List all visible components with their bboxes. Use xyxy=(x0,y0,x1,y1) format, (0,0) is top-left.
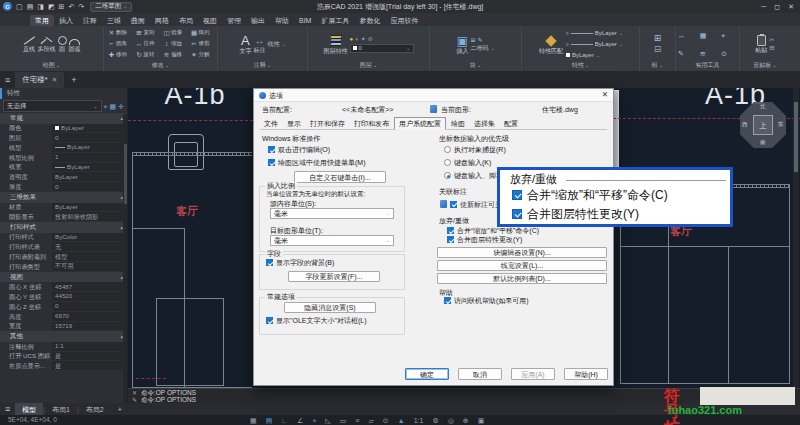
explode-button[interactable]: ✶分解 xyxy=(189,50,216,61)
object-snap-icon[interactable]: ⌖ xyxy=(312,417,316,424)
ribbon-tab-3d[interactable]: 三维 xyxy=(102,15,126,26)
group-label-properties[interactable]: 特性 xyxy=(522,62,639,71)
group-label-utilities[interactable]: 实用工具 xyxy=(676,62,739,71)
apply-button[interactable]: 应用(A) xyxy=(511,368,555,380)
compass-west[interactable]: 西 xyxy=(742,122,748,128)
ribbon-tab-manage[interactable]: 管理 xyxy=(222,15,246,26)
section-general[interactable]: 常规▴ xyxy=(0,113,127,124)
array-button[interactable]: ▦阵列 xyxy=(189,28,216,39)
isolate-objects-icon[interactable]: ◎ xyxy=(448,417,454,424)
ribbon-tab-view[interactable]: 视图 xyxy=(198,15,222,26)
selection-dropdown[interactable]: 无选择 ⌄ xyxy=(3,100,102,112)
hidden-message-settings-button[interactable]: 隐藏消息设置(S) xyxy=(284,302,376,313)
layer-properties-button[interactable]: 图层特性 xyxy=(324,35,348,54)
layer-on-icon[interactable]: ● xyxy=(350,36,354,42)
mirror-button[interactable]: ◫镜像 xyxy=(161,28,188,39)
close-button[interactable]: ✕ xyxy=(788,3,794,10)
ribbon-tab-apps[interactable]: 应用软件 xyxy=(385,15,423,26)
tab-profiles[interactable]: 配置 xyxy=(500,118,522,129)
copy-button[interactable]: ⊞复制 xyxy=(134,28,161,39)
source-units-select[interactable]: 毫米⌄ xyxy=(270,208,394,219)
tab-files[interactable]: 文件 xyxy=(260,118,282,129)
quick-select-icon[interactable]: ▦ xyxy=(110,103,117,110)
view-cube-top[interactable]: 上 xyxy=(753,115,773,135)
annotation-scale[interactable]: 1:1 xyxy=(414,417,424,424)
move-button[interactable]: ✚移动 xyxy=(106,50,133,61)
point-icon[interactable]: ⌖ xyxy=(721,32,737,39)
combine-zoom-pan-checkbox-zoomed[interactable]: 合并“缩放”和“平移”命令(C) xyxy=(512,189,668,201)
dialog-close-icon[interactable]: ✕ xyxy=(602,91,608,99)
tab-plot-publish[interactable]: 打印和发布 xyxy=(350,118,393,129)
measure-icon[interactable]: ↔ xyxy=(678,32,694,39)
lineweight-settings-button[interactable]: 线宽设置(L)... xyxy=(437,260,607,271)
scrollbar-thumb[interactable] xyxy=(794,102,798,172)
group-label-annotate[interactable]: 注释 xyxy=(218,62,307,71)
layer-select-dropdown[interactable]: 0 ⌄ xyxy=(350,44,414,53)
tab-drafting[interactable]: 绘图 xyxy=(447,118,469,129)
section-view[interactable]: 视图▴ xyxy=(0,272,127,283)
dimension-button[interactable]: ↔标注 xyxy=(253,36,265,53)
ribbon-tab-surface[interactable]: 曲面 xyxy=(126,15,150,26)
section-misc[interactable]: 其他▴ xyxy=(0,331,127,342)
layout2-tab[interactable]: 布局2 xyxy=(79,403,111,415)
workspace-switcher[interactable]: 二维草图 ⌄ xyxy=(90,2,132,12)
clean-screen-icon[interactable]: ⊕ xyxy=(463,417,469,424)
model-tab[interactable]: 模型 xyxy=(15,403,43,415)
grid-icon[interactable]: ▦ xyxy=(250,417,257,424)
paste-button[interactable]: 粘贴 xyxy=(755,35,767,53)
ribbon-tab-home[interactable]: 常用 xyxy=(30,15,54,26)
save-icon[interactable]: ◨ xyxy=(37,3,44,10)
group-label-layers[interactable]: 图层 xyxy=(308,62,429,71)
online-help-checkbox[interactable]: 访问联机帮助(如果可用) xyxy=(444,297,529,304)
copy-clip-icon[interactable]: ⊞ xyxy=(769,45,774,52)
polar-tracking-icon[interactable]: ∠ xyxy=(297,417,303,424)
combine-layer-changes-checkbox-zoomed[interactable]: 合并图层特性更改(Y) xyxy=(512,208,639,220)
group-label-modify[interactable]: 修改 xyxy=(104,62,217,71)
edit-block-icon[interactable]: ✎ xyxy=(477,37,482,43)
compass-east[interactable]: 东 xyxy=(778,122,784,128)
tab-user-preferences[interactable]: 用户系统配置 xyxy=(394,117,446,130)
keyboard-entry-radio[interactable]: 键盘输入(K) xyxy=(444,159,491,166)
snap-tracking-icon[interactable]: ◺ xyxy=(325,417,330,424)
restore-button[interactable]: ◻ xyxy=(774,3,780,10)
selection-cycling-icon[interactable]: ⊙ xyxy=(383,417,389,424)
offset-button[interactable]: ≋偏移 xyxy=(161,50,188,61)
compass-north[interactable]: 北 xyxy=(760,104,766,110)
group-label-draw[interactable]: 绘图 xyxy=(0,62,103,71)
target-units-select[interactable]: 毫米⌄ xyxy=(270,235,394,246)
quick-select-icon[interactable]: ✎ xyxy=(678,50,694,57)
line-button[interactable]: 直线 xyxy=(23,36,36,52)
hamburger-icon[interactable]: ≡ xyxy=(0,76,15,85)
group-label-group[interactable]: 组 xyxy=(640,62,675,71)
qrcode-button[interactable]: 二维码⌄ xyxy=(470,45,494,51)
tab-open-save[interactable]: 打开和保存 xyxy=(306,118,349,129)
default-scale-list-button[interactable]: 默认比例列表(D)... xyxy=(437,273,607,284)
scrollbar-thumb[interactable] xyxy=(124,144,127,204)
snap-mode-icon[interactable]: ▤ xyxy=(266,417,273,424)
ungroup-objects-icon[interactable]: ⊟ xyxy=(654,45,662,54)
cut-icon[interactable]: ✂ xyxy=(769,37,774,44)
ortho-icon[interactable]: ∟ xyxy=(281,417,288,424)
cancel-button[interactable]: 取消 xyxy=(458,368,502,380)
arc-button[interactable]: 圆弧 xyxy=(69,36,81,52)
redo-icon[interactable]: ↷ xyxy=(78,3,84,10)
combine-zoom-pan-checkbox[interactable]: 合并“缩放”和“平移”命令(C) xyxy=(447,227,539,234)
field-background-checkbox[interactable]: 显示字段的背景(B) xyxy=(266,259,334,266)
ribbon-tab-parametric[interactable]: 参数化 xyxy=(354,15,385,26)
open-file-icon[interactable]: ▤ xyxy=(27,3,34,10)
compass-south[interactable]: 南 xyxy=(760,140,766,146)
lock-ui-icon[interactable]: ▣ xyxy=(478,417,485,424)
ribbon-tab-output[interactable]: 输出 xyxy=(246,15,270,26)
layer-isolate-icon[interactable]: ✦ xyxy=(361,36,366,42)
linetype-dropdown[interactable]: ≡ByLayer⌄ xyxy=(566,39,623,49)
block-editor-settings-button[interactable]: 块编辑器设置(N)... xyxy=(437,247,607,258)
transparency-icon[interactable]: ▱ xyxy=(368,417,373,424)
group-label-block[interactable]: 块 xyxy=(430,62,521,71)
gear-icon[interactable]: ⚙ xyxy=(432,417,438,424)
shortcut-menu-checkbox[interactable]: 绘图区域中使用快捷菜单(M) xyxy=(268,159,366,166)
combine-layer-changes-checkbox[interactable]: 合并图层特性更改(Y) xyxy=(447,236,522,243)
fillet-button[interactable]: ⌐圆角 xyxy=(106,39,133,50)
color-dropdown[interactable]: ByLayer⌄ xyxy=(566,50,623,60)
osnap-radio[interactable]: 执行对象捕捉(R) xyxy=(444,146,506,153)
ribbon-tab-express[interactable]: 扩展工具 xyxy=(316,15,354,26)
